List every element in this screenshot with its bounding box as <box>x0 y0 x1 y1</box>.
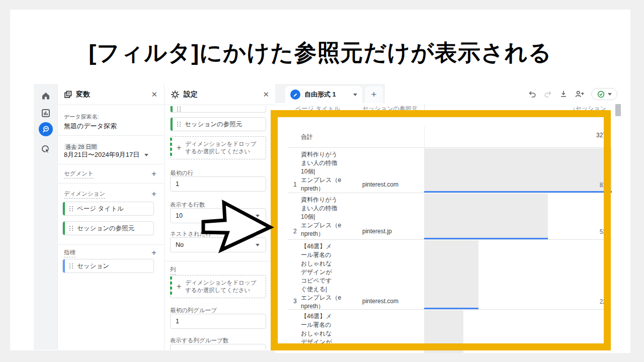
undo-icon[interactable] <box>528 89 537 99</box>
check-circle-icon <box>597 90 605 98</box>
drag-handle-icon[interactable] <box>69 226 73 231</box>
table-rows: 合計 327 1 資料作りがう まい人の特徴 10個| エンプレス（e npre… <box>288 127 612 353</box>
table-total-row[interactable]: 合計 327 <box>288 127 612 148</box>
add-metric-button[interactable]: + <box>151 248 156 258</box>
add-segment-button[interactable]: + <box>151 169 156 179</box>
table-row[interactable]: 4 【46選】メ ール署名の おしゃれな デザインが <box>288 310 612 353</box>
exploration-canvas: 自由形式 1 + <box>275 84 630 353</box>
nav-rail <box>34 84 58 350</box>
exploration-name-label: データ探索名: <box>64 113 99 121</box>
row-bar-underline <box>424 308 478 309</box>
settings-panel-title: 設定 <box>184 90 259 99</box>
column-dimension-dropzone[interactable]: + ディメンションをドロップするか選択してください <box>170 275 266 298</box>
segments-label: セグメント <box>64 170 94 178</box>
exploration-name[interactable]: 無題のデータ探索 <box>64 122 117 131</box>
date-range-value: 8月21日〜2024年9月17日 <box>64 150 139 159</box>
row-session-value: 53 <box>600 228 606 235</box>
explore-icon[interactable] <box>39 122 53 136</box>
canvas-scrollbar-thumb[interactable] <box>615 104 621 116</box>
row-page-title: 資料作りがう まい人の特徴 10個| エンプレス（e npreth） <box>301 196 362 238</box>
slide-card: [フィルタ]にかけた参照元だけが表示される 変数 <box>10 10 630 350</box>
total-sessions-value: 327 <box>596 132 606 139</box>
table-row[interactable]: 1 資料作りがう まい人の特徴 10個| エンプレス（e npreth） pin… <box>288 148 612 193</box>
col-header-sessions-sorted[interactable]: ↓セッション <box>573 105 606 113</box>
reports-icon[interactable] <box>39 106 53 120</box>
row-page-title: 【46選】メ ール署名の おしゃれな デザインが コピペです ぐ使える| エンプ… <box>301 242 362 311</box>
table-row[interactable]: 3 【46選】メ ール署名の おしゃれな デザインが コピペです ぐ使える| エ… <box>288 240 612 310</box>
drag-handle-icon[interactable] <box>69 263 73 269</box>
clipped-chip[interactable] <box>170 106 266 113</box>
col-header-session-source[interactable]: セッションの参照元 <box>362 105 418 113</box>
tab-label: 自由形式 1 <box>304 90 349 99</box>
row-bar-underline <box>424 191 612 193</box>
annotation-arrow <box>199 197 274 255</box>
dimensions-section: ディメンション + <box>64 189 156 199</box>
download-icon[interactable] <box>559 89 568 99</box>
first-col-group-input[interactable]: 1 <box>170 314 266 329</box>
row-bar-underline <box>424 238 548 239</box>
canvas-toolbar <box>528 88 617 100</box>
pencil-icon <box>290 89 300 100</box>
metric-chip-sessions[interactable]: セッション <box>62 259 154 273</box>
approval-status-button[interactable] <box>591 88 617 100</box>
advertising-icon[interactable] <box>39 142 53 156</box>
row-number: 2 <box>293 228 297 235</box>
show-col-groups-input[interactable] <box>170 344 266 350</box>
dimension-chip-page-title[interactable]: ページ タイトル <box>62 202 154 216</box>
home-icon[interactable] <box>39 89 53 103</box>
chevron-down-icon <box>144 154 148 156</box>
close-icon[interactable]: ✕ <box>263 90 269 99</box>
row-session-source: pinterest.jp <box>362 228 392 235</box>
chevron-down-icon[interactable] <box>353 94 357 96</box>
row-session-value: 81 <box>600 182 606 189</box>
share-users-icon[interactable] <box>575 89 585 99</box>
row-dimension-chip-session-source[interactable]: セッションの参照元 <box>170 117 266 131</box>
row-page-title: 【46選】メ ール署名の おしゃれな デザインが <box>301 312 362 346</box>
total-label: 合計 <box>301 133 313 141</box>
row-page-title: 資料作りがう まい人の特徴 10個| エンプレス（e npreth） <box>301 150 362 193</box>
row-session-bar <box>424 148 612 191</box>
add-tab-button[interactable]: + <box>365 86 383 103</box>
metrics-label: 指標 <box>64 249 75 257</box>
row-number: 1 <box>293 181 297 188</box>
drag-handle-icon[interactable] <box>177 122 181 127</box>
redo-icon[interactable] <box>543 89 552 99</box>
row-session-bar <box>424 310 463 353</box>
row-session-value: 22 <box>600 298 606 305</box>
drag-handle-icon[interactable] <box>69 206 73 212</box>
variables-panel: 変数 ✕ データ探索名: 無題のデータ探索 過去 28 日間 8月21日〜202… <box>58 84 164 350</box>
col-header-page-title[interactable]: ページ タイトル <box>295 105 340 113</box>
row-dimension-dropzone[interactable]: + ディメンションをドロップするか選択してください <box>170 136 266 159</box>
row-session-source: pinterest.com <box>362 298 398 305</box>
date-range-selector[interactable]: 8月21日〜2024年9月17日 <box>64 150 148 159</box>
tab-free-form[interactable]: 自由形式 1 <box>285 86 362 103</box>
dimensions-label: ディメンション <box>64 190 105 199</box>
first-row-input[interactable]: 1 <box>170 176 266 192</box>
table-header: ページ タイトル セッションの参照元 ↓セッション <box>275 103 612 115</box>
date-range-badge: 過去 28 日間 <box>64 142 98 151</box>
ga4-explore-screenshot: 変数 ✕ データ探索名: 無題のデータ探索 過去 28 日間 8月21日〜202… <box>34 84 630 353</box>
dimension-chip-session-source[interactable]: セッションの参照元 <box>62 221 154 235</box>
table-row[interactable]: 2 資料作りがう まい人の特徴 10個| エンプレス（e npreth） pin… <box>288 193 612 240</box>
close-icon[interactable]: ✕ <box>151 90 157 99</box>
row-session-bar <box>424 240 478 308</box>
add-dimension-button[interactable]: + <box>151 189 156 199</box>
row-session-source: pinterest.com <box>362 181 398 188</box>
chevron-down-icon <box>608 93 612 96</box>
metrics-section: 指標 + <box>64 248 156 258</box>
row-session-bar <box>424 194 548 238</box>
gear-icon <box>171 90 180 99</box>
variables-panel-title: 変数 <box>76 90 147 99</box>
variables-icon <box>64 90 72 99</box>
segments-section: セグメント + <box>64 169 156 179</box>
page-title: [フィルタ]にかけた参照元だけが表示される <box>10 38 630 68</box>
columns-label: 列 <box>170 266 176 275</box>
row-number: 3 <box>293 298 297 305</box>
